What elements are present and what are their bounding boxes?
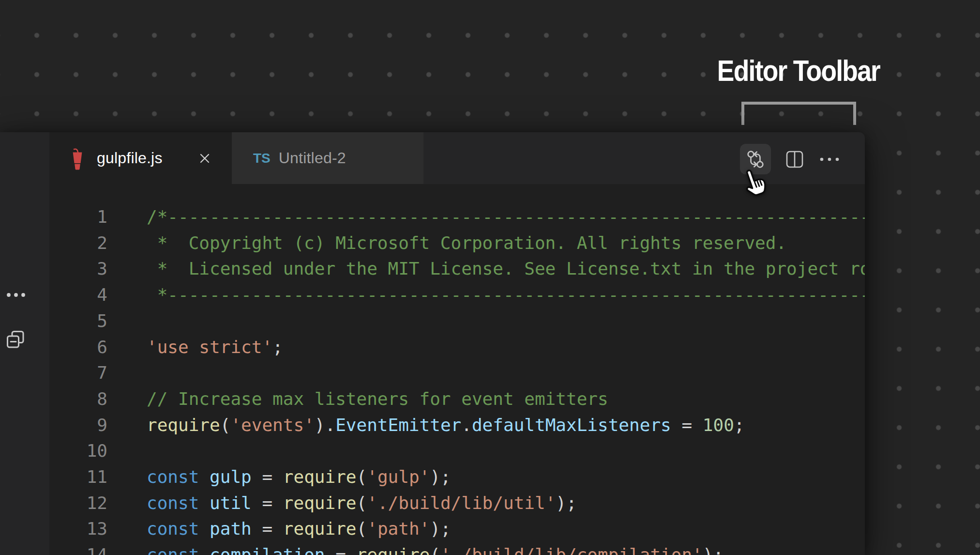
line-content: // Increase max listeners for event emit…	[147, 386, 608, 412]
line-content: * Licensed under the MIT License. See Li…	[147, 256, 865, 282]
line-number: 8	[49, 386, 107, 412]
line-content: /*--------------------------------------…	[147, 204, 865, 230]
code-line: 13const path = require('path');	[49, 516, 865, 542]
code-line: 11const gulp = require('gulp');	[49, 464, 865, 490]
tab-label: gulpfile.js	[97, 149, 163, 167]
code-line: 4 *-------------------------------------…	[49, 282, 865, 308]
code-line: 8// Increase max listeners for event emi…	[49, 386, 865, 412]
line-number: 1	[49, 204, 107, 230]
line-number: 2	[49, 230, 107, 256]
code-editor[interactable]: 1/*-------------------------------------…	[49, 184, 865, 555]
annotation-heading: Editor Toolbar	[715, 54, 882, 87]
line-content: require('events').EventEmitter.defaultMa…	[147, 412, 745, 438]
line-number: 3	[49, 256, 107, 282]
code-line: 6'use strict';	[49, 334, 865, 360]
line-number: 7	[49, 360, 107, 386]
line-number: 9	[49, 412, 107, 438]
tab-label: Untitled-2	[279, 149, 346, 167]
line-content	[147, 360, 157, 386]
line-number: 14	[49, 542, 107, 555]
code-line: 7	[49, 360, 865, 386]
line-content: const gulp = require('gulp');	[147, 464, 451, 490]
line-number: 11	[49, 464, 107, 490]
open-changes-icon	[745, 149, 766, 170]
code-line: 3 * Licensed under the MIT License. See …	[49, 256, 865, 282]
code-line: 5	[49, 308, 865, 334]
annotation-bracket	[741, 102, 856, 125]
gulp-icon	[72, 146, 83, 171]
more-ellipsis-icon[interactable]	[5, 291, 28, 299]
line-content: const compilation = require('./build/lib…	[147, 542, 724, 555]
split-editor-icon	[785, 150, 804, 169]
split-editor-button[interactable]	[783, 144, 807, 174]
vscode-screenshot-fragment: gulpfile.js TS Untitled-2	[0, 132, 865, 555]
code-line: 14const compilation = require('./build/l…	[49, 542, 865, 555]
line-number: 6	[49, 334, 107, 360]
hand-pointer-cursor	[740, 169, 770, 201]
more-actions-icon	[818, 156, 841, 163]
code-line: 1/*-------------------------------------…	[49, 204, 865, 230]
code-line: 9require('events').EventEmitter.defaultM…	[49, 412, 865, 438]
tab-gulpfile[interactable]: gulpfile.js	[49, 132, 232, 184]
line-number: 4	[49, 282, 107, 308]
line-number: 12	[49, 490, 107, 516]
close-icon[interactable]	[197, 151, 212, 166]
line-content: 'use strict';	[147, 334, 283, 360]
line-content	[147, 308, 157, 334]
code-line: 12const util = require('./build/lib/util…	[49, 490, 865, 516]
line-content: * Copyright (c) Microsoft Corporation. A…	[147, 230, 786, 256]
line-content	[147, 438, 157, 464]
line-number: 5	[49, 308, 107, 334]
code-line: 2 * Copyright (c) Microsoft Corporation.…	[49, 230, 865, 256]
tab-untitled-2[interactable]: TS Untitled-2	[232, 132, 423, 184]
line-number: 13	[49, 516, 107, 542]
left-rail	[0, 132, 49, 555]
code-lines: 1/*-------------------------------------…	[49, 204, 865, 555]
line-content: *---------------------------------------…	[147, 282, 865, 308]
line-content: const util = require('./build/lib/util')…	[147, 490, 577, 516]
code-line: 10	[49, 438, 865, 464]
line-number: 10	[49, 438, 107, 464]
more-actions-button[interactable]	[818, 144, 841, 174]
copy-pages-icon[interactable]	[6, 330, 25, 349]
line-content: const path = require('path');	[147, 516, 451, 542]
typescript-icon: TS	[253, 151, 271, 166]
page: Editor Toolbar	[0, 0, 980, 555]
